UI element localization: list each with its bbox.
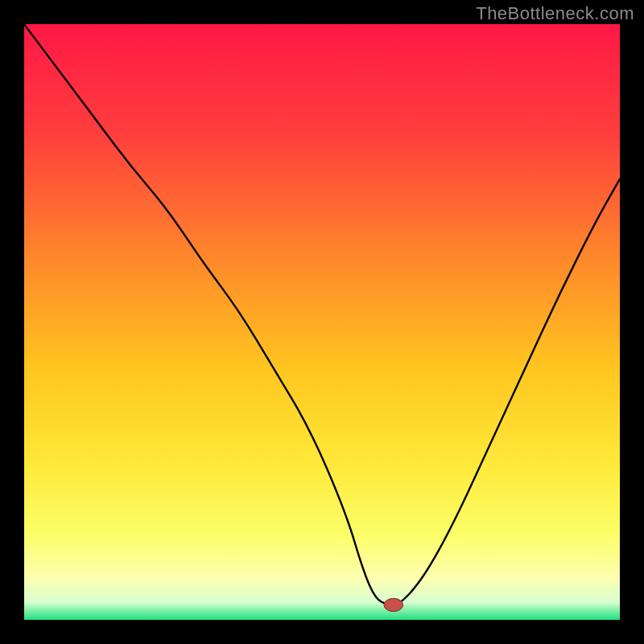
watermark-text: TheBottleneck.com [476, 3, 634, 24]
chart-svg [24, 24, 620, 620]
minimum-marker [384, 598, 403, 611]
gradient-background [24, 24, 620, 620]
outer-frame: TheBottleneck.com [0, 0, 644, 644]
plot-area [24, 24, 620, 620]
